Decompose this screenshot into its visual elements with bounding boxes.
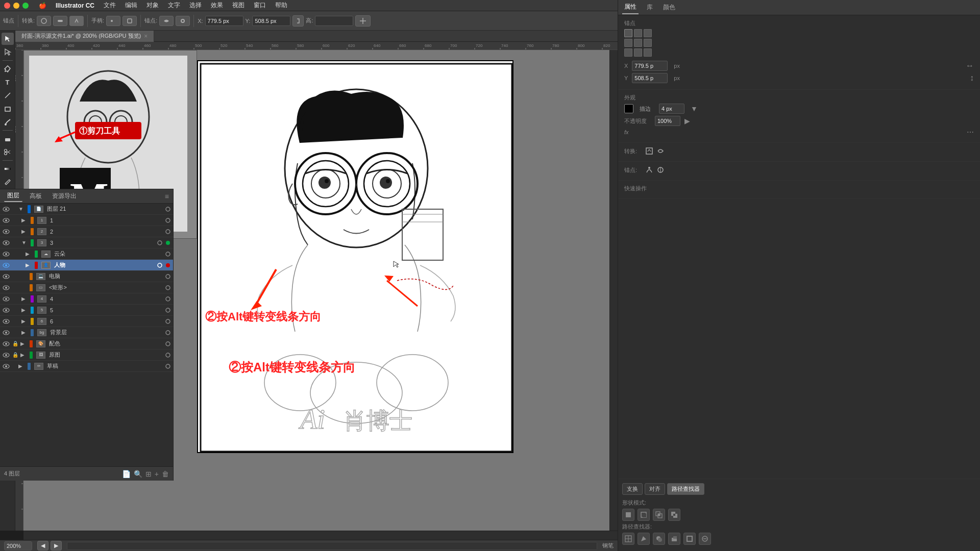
- rp-flip-h-btn[interactable]: ↔: [966, 61, 974, 70]
- layer-2-target[interactable]: [165, 229, 171, 235]
- layer-character-visibility[interactable]: [2, 261, 10, 269]
- stroke-options-btn[interactable]: ▼: [691, 105, 698, 113]
- layer-palette-visibility[interactable]: [2, 340, 10, 348]
- pathfinder-merge[interactable]: [653, 533, 665, 545]
- menu-edit[interactable]: 编辑: [121, 0, 141, 11]
- scissor-tool[interactable]: [2, 146, 14, 158]
- zoom-dropdown[interactable]: 200%: [4, 541, 32, 550]
- link-proportions-btn[interactable]: [292, 15, 304, 27]
- eraser-tool[interactable]: [2, 133, 14, 145]
- x-input[interactable]: [205, 16, 243, 26]
- layer-row-rect[interactable]: ▭ <矩形>: [0, 282, 173, 293]
- layers-menu-btn[interactable]: ≡: [165, 192, 169, 201]
- layer-draft-visibility[interactable]: [2, 362, 10, 370]
- transform-extra-btn[interactable]: [355, 15, 371, 27]
- anchor-btn-1[interactable]: [159, 16, 174, 26]
- layer-row-2[interactable]: ▶ 2 2: [0, 226, 173, 237]
- layer-5-expand[interactable]: ▶: [21, 307, 29, 313]
- layer-2-expand[interactable]: ▶: [21, 229, 29, 234]
- pen-tool[interactable]: [2, 63, 14, 75]
- pathfinder-divide[interactable]: [622, 533, 634, 545]
- layer-6-visibility[interactable]: [2, 317, 10, 325]
- anchor2-icon-2[interactable]: [656, 166, 665, 174]
- layer-1-visibility[interactable]: [2, 216, 10, 224]
- layer-palette-lock[interactable]: 🔒: [12, 341, 18, 346]
- layer-bg-expand[interactable]: ▶: [21, 330, 29, 335]
- menu-file[interactable]: 文件: [100, 0, 120, 11]
- rp-tab-library[interactable]: 库: [645, 1, 655, 14]
- select-tool[interactable]: [2, 33, 14, 45]
- rp-tab-pathfinder[interactable]: 路径查找器: [667, 483, 704, 495]
- paintbrush-tool[interactable]: [2, 116, 14, 128]
- transform-btn-1[interactable]: [37, 16, 51, 26]
- layer-21-visibility[interactable]: [2, 205, 10, 213]
- menu-text[interactable]: 文字: [164, 0, 184, 11]
- add-artboard-btn[interactable]: 📄: [122, 470, 131, 478]
- menu-view[interactable]: 视图: [228, 0, 249, 11]
- close-button[interactable]: [4, 3, 10, 9]
- create-layer-btn[interactable]: +: [155, 470, 159, 478]
- layer-row-6[interactable]: ▶ 6 6: [0, 316, 173, 327]
- anchor2-icon-1[interactable]: [645, 166, 653, 174]
- layers-tab-layers[interactable]: 图层: [4, 190, 22, 202]
- shape-mode-exclude[interactable]: [668, 509, 680, 521]
- layer-21-expand[interactable]: ▼: [18, 206, 26, 212]
- type-tool[interactable]: T: [2, 76, 14, 88]
- layer-original-lock[interactable]: 🔒: [12, 352, 18, 358]
- layer-3-visibility[interactable]: [2, 239, 10, 247]
- layer-row-cloud[interactable]: ▶ ☁ 云朵: [0, 248, 173, 260]
- rp-y-input[interactable]: [632, 73, 668, 83]
- fullscreen-button[interactable]: [22, 3, 29, 9]
- layer-bg-target[interactable]: [165, 330, 171, 336]
- layer-2-visibility[interactable]: [2, 228, 10, 236]
- hand-btn-2[interactable]: [122, 16, 137, 26]
- rp-x-input[interactable]: [632, 61, 668, 71]
- anchor-ml[interactable]: [624, 39, 632, 47]
- rp-tab-distribute[interactable]: 对齐: [645, 483, 665, 495]
- layer-cloud-target[interactable]: [165, 251, 171, 257]
- fx-options-btn[interactable]: ⋯: [967, 128, 974, 136]
- transform-btn-2[interactable]: [53, 16, 67, 26]
- layer-21-target[interactable]: [165, 206, 171, 212]
- artboard-scroll[interactable]: [67, 542, 597, 550]
- layers-options-btn[interactable]: ⊞: [145, 470, 152, 478]
- rp-opacity-input[interactable]: [655, 116, 680, 126]
- anchor-bl[interactable]: [624, 48, 632, 57]
- layer-draft-target[interactable]: [165, 363, 171, 369]
- pathfinder-crop[interactable]: [668, 533, 680, 545]
- y-input[interactable]: [252, 16, 290, 26]
- next-page-btn[interactable]: ▶: [51, 541, 62, 550]
- layer-row-bg[interactable]: ▶ bg 背景层: [0, 327, 173, 338]
- menu-object[interactable]: 对象: [142, 0, 163, 11]
- gradient-tool[interactable]: [2, 163, 14, 175]
- menu-effect[interactable]: 效果: [207, 0, 227, 11]
- layer-5-target[interactable]: [165, 307, 171, 313]
- rp-tab-color[interactable]: 颜色: [661, 1, 677, 14]
- delete-layer-btn[interactable]: 🗑: [162, 470, 169, 478]
- anchor-bc[interactable]: [634, 48, 642, 57]
- anchor-tl[interactable]: [624, 29, 632, 37]
- anchor-tr[interactable]: [644, 29, 652, 37]
- layer-character-expand[interactable]: ▶: [26, 262, 33, 268]
- rp-tab-properties[interactable]: 属性: [622, 1, 639, 14]
- scroll-bottom[interactable]: [23, 531, 618, 540]
- layer-4-target[interactable]: [165, 296, 171, 302]
- menu-window[interactable]: 窗口: [250, 0, 270, 11]
- layer-row-5[interactable]: ▶ 5 5: [0, 305, 173, 316]
- direct-select-tool[interactable]: [2, 46, 14, 58]
- menu-help[interactable]: 帮助: [271, 0, 291, 11]
- shape-mode-add[interactable]: [622, 509, 634, 521]
- pathfinder-outline[interactable]: [683, 533, 696, 545]
- layer-bg-visibility[interactable]: [2, 329, 10, 337]
- layer-rect-target[interactable]: [165, 285, 171, 291]
- layer-5-visibility[interactable]: [2, 306, 10, 314]
- menu-apple[interactable]: 🍎: [35, 1, 51, 10]
- layer-3-expand[interactable]: ▼: [21, 240, 29, 245]
- search-layers-btn[interactable]: 🔍: [134, 470, 142, 478]
- rp-tab-align[interactable]: 支换: [622, 483, 643, 495]
- layer-computer-visibility[interactable]: [2, 272, 10, 281]
- main-artwork[interactable]: Ai 肖博士 ②按Alt键转变线条方向: [197, 60, 513, 453]
- anchor-btn-2[interactable]: [176, 16, 190, 26]
- layer-6-expand[interactable]: ▶: [21, 318, 29, 324]
- layer-draft-expand[interactable]: ▶: [18, 363, 26, 369]
